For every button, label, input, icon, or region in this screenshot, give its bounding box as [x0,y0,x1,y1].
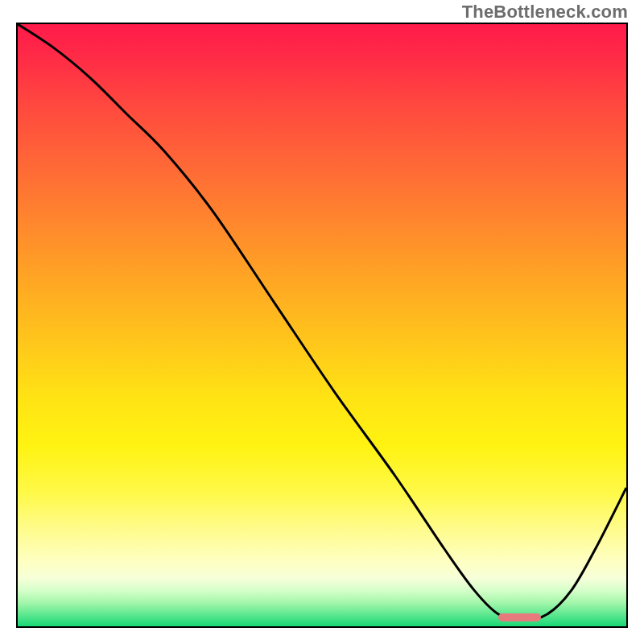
bottleneck-curve [18,24,626,626]
plot-area [16,23,628,628]
curve-path [18,24,626,621]
chart-container: TheBottleneck.com [0,0,644,644]
optimal-range-marker [498,613,541,621]
attribution-text: TheBottleneck.com [462,2,628,23]
